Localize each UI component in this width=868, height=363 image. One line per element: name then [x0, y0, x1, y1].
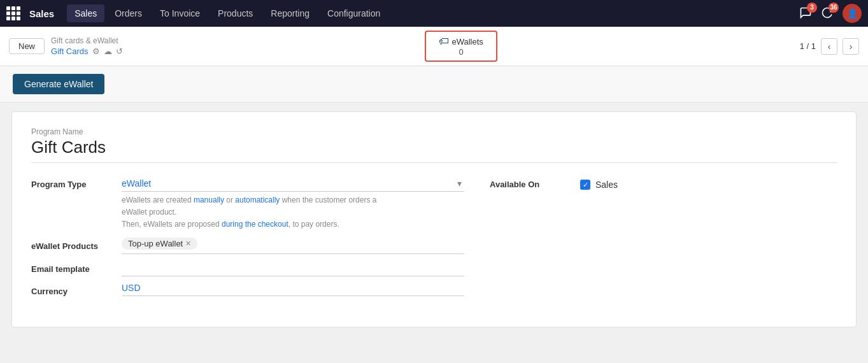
messages-icon-button[interactable]: 3 — [799, 6, 812, 21]
ewallet-product-chip: Top-up eWallet ✕ — [122, 238, 197, 250]
breadcrumb-parent: Gift cards & eWallet — [51, 36, 123, 45]
available-on-field: Available On Sales — [490, 176, 681, 190]
hint-link-automatically[interactable]: automatically — [235, 196, 280, 204]
program-name-label: Program Name — [31, 127, 837, 136]
nav-item-products[interactable]: Products — [210, 4, 260, 22]
updates-icon-button[interactable]: 36 — [821, 6, 834, 21]
settings-icon[interactable]: ⚙ — [92, 46, 100, 56]
tag-icon: 🏷 — [439, 36, 449, 47]
program-type-select[interactable]: eWallet Gift Card Loyalty Card — [122, 176, 464, 192]
hint-link-manually[interactable]: manually — [194, 196, 224, 204]
ewallet-stat-label: eWallets — [452, 37, 483, 46]
breadcrumb: Gift cards & eWallet Gift Cards ⚙ ☁ ↺ — [51, 36, 123, 56]
next-page-button[interactable]: › — [843, 38, 859, 55]
form-main-row: Program Type eWallet Gift Card Loyalty C… — [31, 176, 837, 302]
form-left-column: Program Type eWallet Gift Card Loyalty C… — [31, 176, 464, 302]
new-button[interactable]: New — [9, 38, 45, 54]
ewallet-products-field: eWallet Products Top-up eWallet ✕ — [31, 238, 464, 254]
program-type-field: Program Type eWallet Gift Card Loyalty C… — [31, 176, 464, 231]
top-navigation: Sales Sales Orders To Invoice Products R… — [0, 0, 868, 27]
nav-item-reporting[interactable]: Reporting — [263, 4, 317, 22]
ewallet-product-chip-label: Top-up eWallet — [128, 239, 183, 248]
page-counter: 1 / 1 — [800, 41, 816, 51]
refresh-icon[interactable]: ↺ — [116, 46, 123, 56]
form-panel: Program Name Gift Cards Program Type eWa… — [11, 111, 857, 327]
hint-link-checkout[interactable]: during the checkout — [222, 220, 288, 229]
generate-ewallet-button[interactable]: Generate eWallet — [13, 74, 104, 94]
updates-badge: 36 — [829, 3, 839, 13]
upload-icon[interactable]: ☁ — [104, 46, 112, 56]
messages-badge: 3 — [807, 3, 817, 13]
currency-label: Currency — [31, 283, 114, 296]
available-on-sales-label: Sales — [595, 180, 618, 190]
available-on-label: Available On — [490, 176, 573, 189]
nav-item-to-invoice[interactable]: To Invoice — [152, 4, 208, 22]
page-navigation: 1 / 1 ‹ › — [800, 38, 859, 55]
ewallet-products-label: eWallet Products — [31, 238, 114, 251]
form-right-column: Available On Sales — [490, 176, 681, 196]
stat-buttons-area: 🏷 eWallets 0 — [129, 31, 793, 62]
nav-menu: Sales Orders To Invoice Products Reporti… — [67, 4, 799, 22]
page-toolbar: New Gift cards & eWallet Gift Cards ⚙ ☁ … — [0, 27, 868, 66]
apps-grid-icon[interactable] — [6, 6, 20, 20]
ewallets-stat-button[interactable]: 🏷 eWallets 0 — [425, 31, 497, 62]
breadcrumb-current[interactable]: Gift Cards — [51, 46, 89, 56]
program-type-hint: eWallets are created manually or automat… — [122, 194, 464, 231]
program-type-select-wrapper[interactable]: eWallet Gift Card Loyalty Card — [122, 176, 464, 192]
email-template-field: Email template — [31, 260, 464, 276]
top-nav-right: 3 36 👤 — [799, 4, 862, 23]
user-avatar[interactable]: 👤 — [843, 4, 862, 23]
nav-item-sales[interactable]: Sales — [67, 4, 104, 22]
action-bar: Generate eWallet — [0, 66, 868, 103]
program-type-label: Program Type — [31, 176, 114, 189]
email-template-label: Email template — [31, 260, 114, 274]
prev-page-button[interactable]: ‹ — [821, 38, 837, 55]
brand-label: Sales — [29, 8, 54, 19]
ewallet-stat-count: 0 — [459, 47, 463, 57]
available-on-options: Sales — [580, 176, 618, 190]
nav-item-orders[interactable]: Orders — [107, 4, 150, 22]
currency-field: Currency USD — [31, 283, 464, 296]
currency-value[interactable]: USD — [122, 283, 141, 293]
ewallet-product-chip-remove[interactable]: ✕ — [185, 239, 191, 248]
email-template-input[interactable] — [122, 260, 464, 276]
nav-item-configuration[interactable]: Configuration — [320, 4, 388, 22]
available-on-sales-checkbox[interactable] — [580, 180, 590, 190]
program-name-value: Gift Cards — [31, 138, 837, 163]
